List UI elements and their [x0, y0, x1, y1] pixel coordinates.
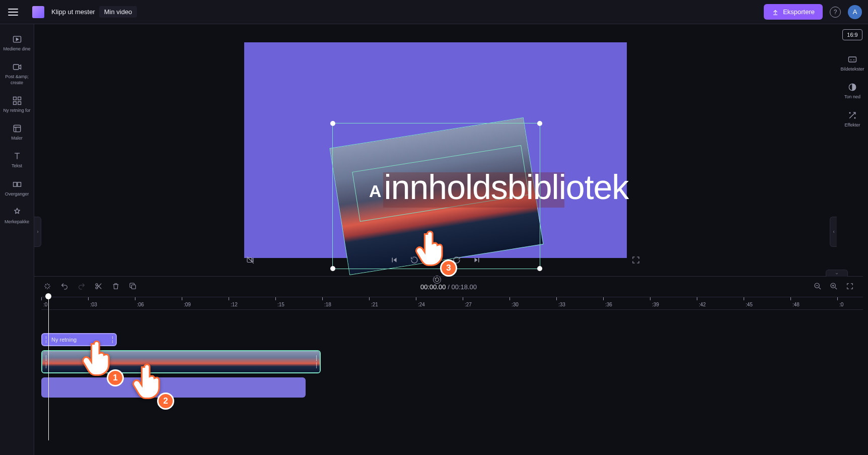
- svg-rect-3: [13, 97, 16, 100]
- ruler-tick: :21: [369, 297, 378, 309]
- split-button[interactable]: [95, 282, 103, 292]
- delete-button[interactable]: [112, 282, 120, 292]
- timeline-panel: 00:00.00 / 00:18.00 :0:03:06:09:12:15:18…: [34, 276, 863, 455]
- right-item-effects[interactable]: Effekter: [843, 106, 862, 132]
- templates-icon: [12, 123, 22, 134]
- right-item-fade[interactable]: Ton ned: [842, 78, 862, 104]
- seek-back-button[interactable]: [410, 255, 419, 266]
- media-icon: [12, 34, 22, 44]
- fit-icon: [846, 282, 854, 290]
- timeline-toolbar: 00:00.00 / 00:18.00: [34, 277, 863, 297]
- aspect-ratio-button[interactable]: 16:9: [842, 29, 862, 40]
- timeline-collapse-tab[interactable]: [826, 270, 848, 277]
- ruler-tick: :09: [182, 297, 191, 309]
- clip-trim-left[interactable]: [44, 336, 47, 343]
- help-button[interactable]: ?: [830, 7, 841, 18]
- text-icon: [12, 151, 22, 161]
- track-text: Ny retning: [41, 333, 863, 346]
- ruler-tick: :0: [837, 297, 843, 309]
- ruler-tick: :15: [275, 297, 284, 309]
- preview-canvas[interactable]: A innholdsbibliotek: [244, 42, 627, 258]
- app-title: Klipp ut mester: [51, 8, 95, 16]
- transitions-icon: [12, 179, 22, 189]
- resize-handle-ne[interactable]: [537, 121, 542, 126]
- playhead[interactable]: [48, 297, 49, 440]
- skip-start-button[interactable]: [390, 255, 399, 266]
- svg-rect-2: [13, 64, 19, 70]
- sidebar-item-record-create[interactable]: Post &amp; create: [0, 57, 34, 91]
- ruler-tick: :12: [229, 297, 238, 309]
- preview-area: A innholdsbibliotek: [34, 24, 837, 271]
- sidebar-item-your-media[interactable]: Mediene dine: [0, 29, 34, 57]
- zoom-out-icon: [814, 282, 822, 290]
- redo-icon: [78, 282, 86, 290]
- right-sidebar: 16:9 Bildetekster Ton ned Effekter: [837, 24, 868, 266]
- app-logo: [32, 6, 44, 18]
- effects-icon: [847, 110, 857, 120]
- duplicate-button[interactable]: [129, 282, 137, 292]
- brand-icon: [12, 207, 22, 217]
- fade-icon: [847, 82, 857, 92]
- seek-forward-button[interactable]: [452, 255, 461, 266]
- zoom-out-button[interactable]: [814, 282, 822, 292]
- sidebar-item-content-library[interactable]: Ny retning for: [0, 91, 34, 118]
- chevron-down-icon: [834, 272, 840, 276]
- export-label: Eksportere: [783, 8, 815, 16]
- skip-end-button[interactable]: [472, 255, 481, 266]
- camera-off-icon: [246, 255, 255, 265]
- svg-point-13: [854, 117, 855, 118]
- timeline-ruler[interactable]: :0:03:06:09:12:15:18:21:24:27:30:33:36:3…: [41, 297, 863, 310]
- selection-bounding-box[interactable]: [332, 123, 540, 269]
- timeline-tracks: Ny retning: [41, 333, 863, 398]
- menu-button[interactable]: [6, 5, 20, 19]
- svg-rect-10: [849, 57, 856, 62]
- auto-enhance-button[interactable]: [43, 282, 51, 292]
- seek-forward-icon: [452, 255, 461, 265]
- copy-icon: [129, 282, 137, 290]
- video-name-input[interactable]: Min video: [99, 6, 137, 18]
- sidebar-item-transitions[interactable]: Overganger: [0, 174, 34, 202]
- captions-icon: [847, 54, 857, 64]
- svg-rect-7: [14, 125, 20, 132]
- zoom-in-icon: [830, 282, 838, 290]
- resize-handle-nw[interactable]: [330, 121, 335, 126]
- ruler-tick: :33: [556, 297, 565, 309]
- ruler-tick: :24: [416, 297, 425, 309]
- video-thumbnails: [42, 351, 320, 372]
- svg-rect-9: [17, 182, 21, 186]
- sidebar-item-templates[interactable]: Maler: [0, 118, 34, 146]
- clip-trim-right[interactable]: [111, 336, 114, 343]
- skip-start-icon: [390, 255, 399, 265]
- redo-button[interactable]: [78, 282, 86, 292]
- background-clip[interactable]: [41, 377, 306, 398]
- ruler-tick: :48: [790, 297, 800, 309]
- svg-rect-18: [131, 285, 135, 289]
- fullscreen-button[interactable]: [631, 255, 640, 266]
- svg-rect-14: [247, 258, 252, 263]
- ruler-tick: :42: [697, 297, 706, 309]
- ruler-tick: :30: [510, 297, 519, 309]
- undo-icon: [60, 282, 68, 290]
- ruler-tick: :36: [603, 297, 612, 309]
- ruler-tick: :39: [650, 297, 659, 309]
- upload-icon: [772, 9, 779, 16]
- disable-preview-button[interactable]: [246, 255, 255, 266]
- sidebar-item-text[interactable]: Tekst: [0, 146, 34, 174]
- undo-button[interactable]: [60, 282, 68, 292]
- top-bar: Klipp ut mester Min video Eksportere ? A: [0, 0, 868, 24]
- zoom-in-button[interactable]: [830, 282, 838, 292]
- skip-end-icon: [472, 255, 481, 265]
- svg-rect-8: [13, 182, 17, 186]
- export-button[interactable]: Eksportere: [764, 4, 823, 20]
- play-button[interactable]: [430, 254, 441, 267]
- transport-controls: [34, 254, 837, 267]
- clip-trim-left[interactable]: [44, 353, 47, 370]
- right-item-captions[interactable]: Bildetekster: [838, 50, 866, 76]
- clip-trim-right[interactable]: [315, 353, 318, 370]
- video-clip[interactable]: [41, 350, 321, 373]
- user-avatar[interactable]: A: [848, 5, 862, 19]
- library-icon: [12, 96, 22, 106]
- text-clip[interactable]: Ny retning: [41, 333, 117, 346]
- sidebar-item-brand-kit[interactable]: Merkepakke: [0, 202, 34, 230]
- zoom-fit-button[interactable]: [846, 282, 854, 292]
